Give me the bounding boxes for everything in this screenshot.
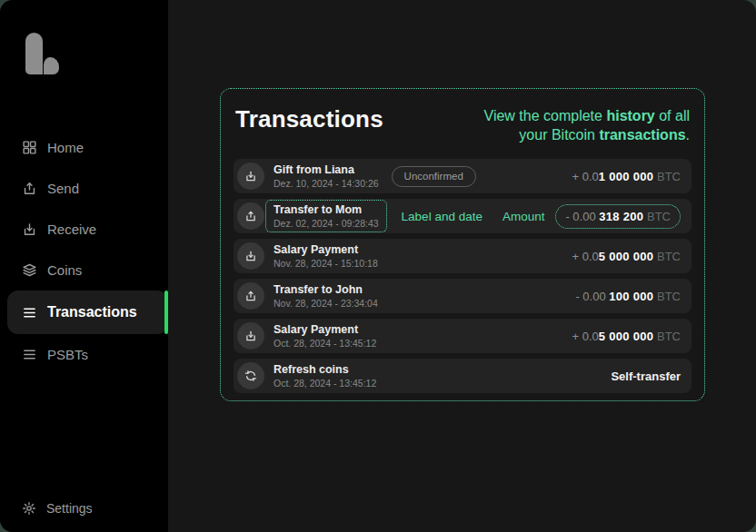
- receive-icon: [22, 222, 37, 237]
- send-icon: [237, 202, 264, 230]
- table-row[interactable]: Refresh coins Oct. 28, 2024 - 13:45:12 S…: [234, 359, 691, 393]
- table-row[interactable]: Transfer to Mom Dez. 02, 2024 - 09:28:43…: [234, 199, 691, 233]
- tx-label-date: Salary Payment Oct. 28, 2024 - 13:45:12: [274, 323, 376, 349]
- gear-icon: [22, 501, 36, 516]
- tx-title: Salary Payment: [274, 243, 378, 256]
- tx-title: Gift from Liana: [274, 163, 379, 176]
- sidebar-item-coins[interactable]: Coins: [0, 250, 168, 291]
- sidebar-item-label: Home: [47, 140, 84, 155]
- sidebar-item-label: Transactions: [47, 304, 137, 320]
- sidebar-item-label: Send: [47, 181, 79, 196]
- grid-icon: [22, 140, 37, 155]
- receive-icon: [237, 163, 264, 190]
- tx-date: Oct. 28, 2024 - 13:45:12: [274, 378, 376, 389]
- table-row[interactable]: Salary Payment Oct. 28, 2024 - 13:45:12 …: [234, 319, 691, 353]
- sidebar-item-send[interactable]: Send: [0, 168, 168, 209]
- logo-blade: [25, 33, 43, 74]
- sidebar: Home Send Receive Coins: [0, 0, 168, 532]
- send-icon: [22, 181, 37, 196]
- table-row[interactable]: Salary Payment Nov. 28, 2024 - 15:10:18 …: [234, 239, 691, 273]
- tx-label-date-highlight: Transfer to Mom Dez. 02, 2024 - 09:28:43: [265, 200, 387, 232]
- sidebar-item-transactions[interactable]: Transactions: [7, 291, 168, 334]
- sidebar-item-receive[interactable]: Receive: [0, 209, 168, 250]
- tx-title: Refresh coins: [274, 363, 376, 376]
- sidebar-item-settings[interactable]: Settings: [22, 501, 93, 516]
- sidebar-item-label: Coins: [47, 262, 82, 278]
- tx-amount: Self-transfer: [611, 369, 681, 383]
- tx-date: Oct. 28, 2024 - 13:45:12: [274, 338, 376, 349]
- tx-label-date: Gift from Liana Dez. 10, 2024 - 14:30:26: [274, 163, 379, 189]
- logo-leaf: [44, 57, 59, 74]
- transactions-list: Gift from Liana Dez. 10, 2024 - 14:30:26…: [234, 159, 691, 393]
- settings-label: Settings: [46, 501, 93, 516]
- tx-amount: + 0.05 000 000 BTC: [572, 330, 681, 343]
- tx-label-date: Transfer to John Nov. 28, 2024 - 23:34:0…: [274, 283, 378, 309]
- sidebar-item-home[interactable]: Home: [0, 127, 168, 168]
- liana-logo-icon: [25, 31, 60, 74]
- tx-title: Salary Payment: [274, 323, 376, 336]
- headline-text: View the complete history of all your Bi…: [484, 106, 690, 144]
- sidebar-item-label: Receive: [47, 222, 96, 237]
- tx-amount-highlight: - 0.00 318 200 BTC: [555, 204, 681, 229]
- sidebar-item-label: PSBTs: [47, 347, 88, 362]
- tx-amount: + 0.05 000 000 BTC: [572, 250, 681, 263]
- amount-callout: Amount: [502, 210, 545, 223]
- tx-label-date: Salary Payment Nov. 28, 2024 - 15:10:18: [274, 243, 378, 269]
- sidebar-nav: Home Send Receive Coins: [0, 127, 168, 375]
- tx-title: Transfer to Mom: [274, 203, 379, 216]
- transactions-panel: Transactions View the complete history o…: [220, 88, 705, 401]
- tx-amount: + 0.01 000 000 BTC: [572, 170, 681, 183]
- refresh-icon: [237, 362, 264, 389]
- label-and-date-callout: Label and date: [402, 210, 482, 223]
- sidebar-item-psbts[interactable]: PSBTs: [0, 334, 168, 375]
- coins-icon: [22, 262, 37, 278]
- tx-date: Nov. 28, 2024 - 23:34:04: [274, 298, 378, 309]
- table-row[interactable]: Transfer to John Nov. 28, 2024 - 23:34:0…: [234, 279, 691, 313]
- panel-header: Transactions View the complete history o…: [234, 103, 691, 144]
- app-window: Home Send Receive Coins: [0, 0, 756, 532]
- psbts-icon: [22, 347, 37, 362]
- status-badge: Unconfirmed: [392, 166, 476, 187]
- tx-title: Transfer to John: [274, 283, 378, 296]
- tx-amount: - 0.00 100 000 BTC: [575, 290, 681, 303]
- receive-icon: [237, 242, 264, 270]
- tx-label-date: Refresh coins Oct. 28, 2024 - 13:45:12: [274, 363, 376, 389]
- tx-date: Dez. 10, 2024 - 14:30:26: [274, 178, 379, 189]
- page-title: Transactions: [235, 105, 383, 133]
- active-indicator: [164, 291, 168, 334]
- receive-icon: [237, 322, 264, 350]
- transactions-icon: [22, 305, 37, 320]
- tx-date: Dez. 02, 2024 - 09:28:43: [274, 218, 379, 229]
- tx-date: Nov. 28, 2024 - 15:10:18: [274, 258, 378, 269]
- send-icon: [237, 282, 264, 310]
- table-row[interactable]: Gift from Liana Dez. 10, 2024 - 14:30:26…: [234, 159, 691, 193]
